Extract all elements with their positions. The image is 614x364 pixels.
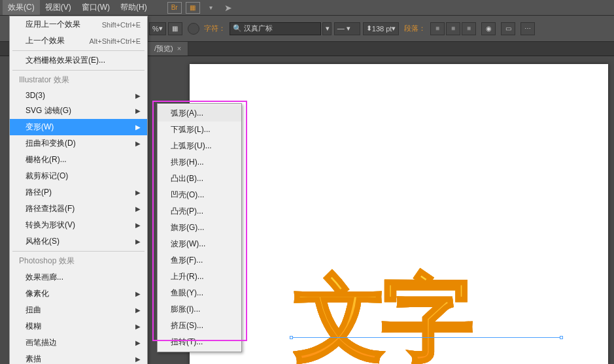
menu-ai-item-0[interactable]: 3D(3)▶ (10, 88, 147, 103)
menu-view[interactable]: 视图(V) (40, 0, 77, 15)
submenu-item-4[interactable]: 凸出(B)... (158, 171, 241, 187)
more-icon[interactable]: ⋯ (520, 22, 535, 35)
menu-ai-item-3[interactable]: 扭曲和变换(D)▶ (10, 135, 147, 152)
menu-ai-item-4[interactable]: 栅格化(R)... (10, 152, 147, 168)
menu-doc-raster[interactable]: 文档栅格效果设置(E)... (10, 52, 147, 69)
menu-effects[interactable]: 效果(C) (3, 0, 40, 15)
header-illustrator: Illustrator 效果 (10, 72, 147, 88)
menu-ai-item-1[interactable]: SVG 滤镜(G)▶ (10, 103, 147, 119)
font-name: 汉真广标 (244, 24, 273, 33)
menu-ps-item-5[interactable]: 素描▶ (10, 351, 147, 364)
submenu-item-0[interactable]: 弧形(A)... (158, 105, 241, 122)
submenu-item-10[interactable]: 上升(R)... (158, 269, 241, 285)
text-baseline (292, 337, 560, 338)
close-icon[interactable]: × (177, 44, 181, 52)
char-label: 字符： (204, 24, 226, 33)
submenu-item-1[interactable]: 下弧形(L)... (158, 122, 241, 138)
chevron-right-icon: ▶ (135, 205, 141, 212)
chevron-right-icon: ▶ (135, 222, 141, 229)
submenu-item-3[interactable]: 拱形(H)... (158, 154, 241, 171)
align-center-icon[interactable]: ≡ (446, 22, 460, 35)
color-swatch[interactable] (188, 23, 199, 35)
warp-submenu: 弧形(A)...下弧形(L)...上弧形(U)...拱形(H)...凸出(B).… (157, 103, 242, 352)
document-tab[interactable]: /预览)× (148, 42, 188, 56)
text-handle-start[interactable] (290, 336, 293, 339)
search-icon: 🔍 (233, 24, 242, 33)
chevron-right-icon: ▶ (135, 189, 141, 196)
para-label: 段落： (404, 24, 426, 33)
chevron-right-icon: ▶ (135, 124, 141, 131)
menu-ai-item-8[interactable]: 转换为形状(V)▶ (10, 217, 147, 233)
submenu-item-2[interactable]: 上弧形(U)... (158, 138, 241, 154)
font-search[interactable]: 🔍 汉真广标 (230, 22, 321, 35)
menu-ai-item-5[interactable]: 裁剪标记(O) (10, 168, 147, 184)
artwork-text[interactable]: 文字 (294, 257, 469, 364)
submenu-item-6[interactable]: 凸壳(P)... (158, 203, 241, 220)
transform-icon[interactable]: ▭ (501, 22, 515, 35)
align-left-icon[interactable]: ≡ (430, 22, 445, 35)
header-photoshop: Photoshop 效果 (10, 253, 147, 269)
chevron-right-icon: ▶ (135, 140, 141, 147)
menu-window[interactable]: 窗口(W) (77, 0, 115, 15)
submenu-item-5[interactable]: 凹壳(O)... (158, 187, 241, 203)
chevron-right-icon: ▶ (135, 92, 141, 99)
submenu-item-11[interactable]: 鱼眼(Y)... (158, 285, 241, 301)
submenu-item-14[interactable]: 扭转(T)... (158, 334, 241, 350)
menu-help[interactable]: 帮助(H) (115, 0, 152, 15)
submenu-item-7[interactable]: 旗形(G)... (158, 220, 241, 236)
effects-menu: 应用上一个效果 Shift+Ctrl+E 上一个效果 Alt+Shift+Ctr… (9, 16, 148, 364)
grid-icon[interactable]: ▦ (168, 22, 182, 35)
text-handle-end[interactable] (560, 336, 563, 339)
menu-last-effect[interactable]: 上一个效果 Alt+Shift+Ctrl+E (10, 33, 147, 49)
rocket-icon[interactable]: ➤ (224, 3, 232, 13)
menu-ai-item-9[interactable]: 风格化(S)▶ (10, 233, 147, 250)
submenu-item-8[interactable]: 波形(W)... (158, 236, 241, 252)
menu-ps-item-0[interactable]: 效果画廊... (10, 269, 147, 286)
chevron-right-icon: ▶ (135, 107, 141, 114)
submenu-item-12[interactable]: 膨胀(I)... (158, 301, 241, 318)
dropdown-icon[interactable]: ▾ (204, 2, 218, 14)
menu-ps-item-3[interactable]: 模糊▶ (10, 318, 147, 335)
menubar: 效果(C) 视图(V) 窗口(W) 帮助(H) Br ▦ ▾ ➤ (0, 0, 614, 16)
menu-apply-last[interactable]: 应用上一个效果 Shift+Ctrl+E (10, 16, 147, 33)
chevron-right-icon: ▶ (135, 238, 141, 245)
submenu-item-13[interactable]: 挤压(S)... (158, 318, 241, 334)
menu-ai-item-2[interactable]: 变形(W)▶ (10, 119, 147, 135)
artboard: 文字 (190, 64, 608, 364)
menu-ps-item-2[interactable]: 扭曲▶ (10, 302, 147, 318)
menu-ps-item-4[interactable]: 画笔描边▶ (10, 335, 147, 351)
font-style[interactable]: — ▾ (334, 22, 360, 35)
warp-icon[interactable]: ◉ (481, 22, 496, 35)
menu-ai-item-6[interactable]: 路径(P)▶ (10, 184, 147, 201)
chevron-right-icon: ▶ (135, 339, 141, 346)
chevron-right-icon: ▶ (135, 323, 141, 330)
menu-ai-item-7[interactable]: 路径查找器(F)▶ (10, 201, 147, 217)
chevron-right-icon: ▶ (135, 356, 141, 363)
submenu-item-9[interactable]: 鱼形(F)... (158, 252, 241, 269)
menu-ps-item-1[interactable]: 像素化▶ (10, 286, 147, 302)
bridge-icon[interactable]: Br (167, 2, 182, 14)
arrange-icon[interactable]: ▦ (186, 2, 200, 14)
font-dropdown[interactable]: ▾ (322, 22, 332, 35)
chevron-right-icon: ▶ (135, 306, 141, 314)
align-right-icon[interactable]: ≡ (462, 22, 476, 35)
font-size[interactable]: ⬍ 138 pt ▾ (363, 22, 400, 35)
zoom-field[interactable]: % ▾ (149, 22, 166, 35)
chevron-right-icon: ▶ (135, 290, 141, 297)
